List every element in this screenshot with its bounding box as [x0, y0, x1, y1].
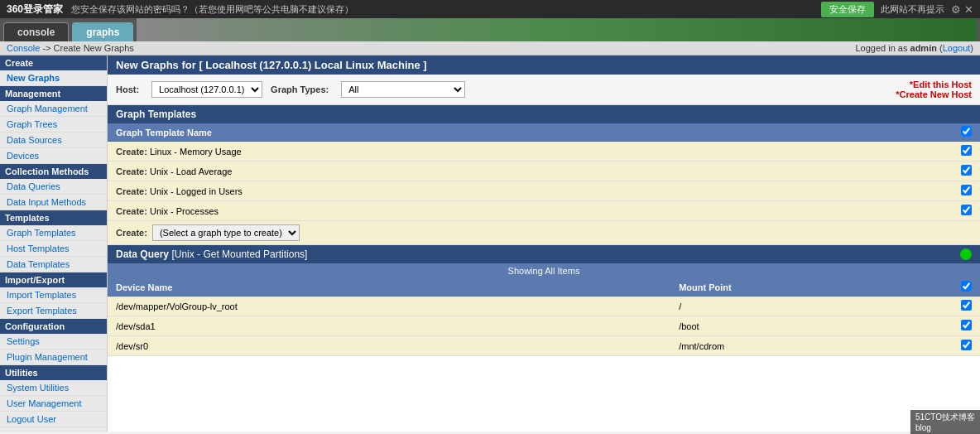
table-row: Create: Unix - Processes [108, 201, 980, 221]
dq-row-checkbox[interactable] [961, 340, 972, 350]
row-checkbox[interactable] [961, 205, 972, 215]
dq-row-checkbox[interactable] [961, 320, 972, 330]
table-row: /dev/sr0 /mnt/cdrom [108, 336, 980, 356]
sidebar-item-data-sources[interactable]: Data Sources [0, 133, 107, 148]
create-label-select: Create: [116, 228, 147, 238]
dq-row-checkbox[interactable] [961, 300, 972, 311]
create-cell-label: Create: [116, 166, 147, 176]
graph-template-cell: Create: Unix - Processes [108, 201, 953, 221]
dq-title-text: Data Query [116, 248, 169, 260]
checkbox-cell[interactable] [953, 181, 980, 201]
table-row: /dev/sda1 /boot [108, 316, 980, 336]
page-header: New Graphs for [ Localhost (127.0.0.1) L… [108, 55, 980, 75]
sidebar-item-data-input-methods[interactable]: Data Input Methods [0, 195, 107, 210]
sidebar-item-graph-management[interactable]: Graph Management [0, 101, 107, 117]
checkbox-cell[interactable] [953, 162, 980, 181]
col-mount-point: Mount Point [670, 278, 953, 297]
create-cell-label: Create: [116, 206, 147, 216]
check-all-checkbox[interactable] [961, 126, 972, 137]
create-graph-type-select[interactable]: (Select a graph type to create) [152, 224, 300, 241]
sidebar-item-host-templates[interactable]: Host Templates [0, 241, 107, 257]
sidebar-item-import-templates[interactable]: Import Templates [0, 287, 107, 303]
host-select[interactable]: Localhost (127.0.0.1) [151, 81, 262, 98]
sidebar-item-data-queries[interactable]: Data Queries [0, 179, 107, 195]
save-password-button[interactable]: 安全保存 [821, 2, 874, 17]
sidebar-header-collection-methods: Collection Methods [0, 164, 107, 179]
breadcrumb-separator: -> [40, 43, 53, 53]
host-row: Host: Localhost (127.0.0.1) Graph Types:… [108, 75, 980, 105]
table-row: Create: Unix - Logged in Users [108, 181, 980, 201]
graph-template-name: Unix - Load Average [150, 166, 232, 176]
gear-icon[interactable]: ⚙ [951, 3, 961, 16]
sidebar-item-new-graphs[interactable]: New Graphs [0, 70, 107, 86]
graph-types-select[interactable]: AllSuggested ValuesIn Use [341, 81, 465, 98]
watermark-blog: blog [915, 423, 931, 432]
breadcrumb-bar: Console -> Create New Graphs Logged in a… [0, 41, 980, 55]
graph-templates-table: Graph Template Name Create: Linux - Memo… [108, 123, 980, 221]
sidebar-header-configuration: Configuration [0, 319, 107, 334]
dq-checkbox-cell[interactable] [953, 336, 980, 356]
header-decoration [137, 18, 977, 41]
sidebar-header-import-export: Import/Export [0, 272, 107, 287]
table-row: Create: Unix - Load Average [108, 162, 980, 181]
sidebar-item-user-management[interactable]: User Management [0, 396, 107, 412]
sidebar-item-logout-user[interactable]: Logout User [0, 412, 107, 427]
watermark-text: 51CTO技术博客 [915, 412, 975, 422]
dq-checkbox-cell[interactable] [953, 297, 980, 316]
checkbox-cell[interactable] [953, 142, 980, 162]
graph-template-name: Unix - Processes [150, 206, 219, 216]
tab-graphs[interactable]: graphs [72, 22, 133, 41]
col-device-name: Device Name [108, 278, 670, 297]
graph-template-cell: Create: Unix - Logged in Users [108, 181, 953, 201]
create-select-row: Create: (Select a graph type to create) [108, 221, 980, 245]
page-title: New Graphs for [ Localhost (127.0.0.1) L… [116, 59, 427, 71]
sidebar-item-plugin-management[interactable]: Plugin Management [0, 350, 107, 365]
row-checkbox[interactable] [961, 145, 972, 156]
nav-tabs: console graphs [0, 18, 980, 41]
close-icon[interactable]: ✕ [964, 3, 973, 16]
sidebar-item-graph-templates[interactable]: Graph Templates [0, 225, 107, 241]
create-new-host-link[interactable]: *Create New Host [896, 89, 972, 99]
edit-host-link[interactable]: *Edit this Host [896, 80, 972, 89]
col-check-header [953, 123, 980, 142]
table-row: Create: Linux - Memory Usage [108, 142, 980, 162]
graph-templates-header: Graph Templates [108, 105, 980, 123]
logged-in-user: admin [910, 43, 937, 53]
host-label: Host: [116, 84, 139, 94]
sidebar-item-graph-trees[interactable]: Graph Trees [0, 117, 107, 133]
main-layout: Create New Graphs Management Graph Manag… [0, 55, 980, 432]
logged-in-info: Logged in as admin (Logout) [855, 43, 973, 53]
mount-point-cell: / [670, 297, 953, 316]
sidebar-item-data-templates[interactable]: Data Templates [0, 257, 107, 272]
col-graph-template-name: Graph Template Name [108, 123, 953, 142]
tab-console[interactable]: console [3, 22, 69, 41]
data-query-header: Data Query [Unix - Get Mounted Partition… [108, 245, 980, 263]
data-query-table: Device Name Mount Point /dev/mapper/VolG… [108, 278, 980, 356]
sidebar-item-settings[interactable]: Settings [0, 334, 107, 350]
graph-templates-title: Graph Templates [116, 108, 196, 120]
graph-template-cell: Create: Unix - Load Average [108, 162, 953, 181]
no-reminder-link[interactable]: 此网站不再提示 [881, 3, 944, 16]
sidebar-item-system-utilities[interactable]: System Utilities [0, 380, 107, 396]
dq-check-all[interactable] [961, 281, 972, 292]
row-checkbox[interactable] [961, 165, 972, 176]
col-dq-check-header [953, 278, 980, 297]
checkbox-cell[interactable] [953, 201, 980, 221]
sidebar-item-export-templates[interactable]: Export Templates [0, 303, 107, 319]
device-name-cell: /dev/mapper/VolGroup-lv_root [108, 297, 670, 316]
dq-checkbox-cell[interactable] [953, 316, 980, 336]
sidebar-header-utilities: Utilities [0, 365, 107, 380]
watermark: 51CTO技术博客 blog [910, 410, 980, 434]
data-query-title: Data Query [Unix - Get Mounted Partition… [116, 248, 307, 260]
breadcrumb-current: Create New Graphs [54, 43, 134, 53]
breadcrumb: Console -> Create New Graphs [7, 43, 134, 53]
graph-template-cell: Create: Linux - Memory Usage [108, 142, 953, 162]
console-breadcrumb-link[interactable]: Console [7, 43, 40, 53]
row-checkbox[interactable] [961, 185, 972, 195]
graph-template-name: Linux - Memory Usage [150, 147, 242, 157]
sidebar-item-devices[interactable]: Devices [0, 148, 107, 164]
sidebar-header-create: Create [0, 55, 107, 70]
logout-link[interactable]: Logout [943, 43, 971, 53]
dq-showing-label: Showing All Items [108, 263, 980, 278]
logged-in-prefix: Logged in as [855, 43, 910, 53]
